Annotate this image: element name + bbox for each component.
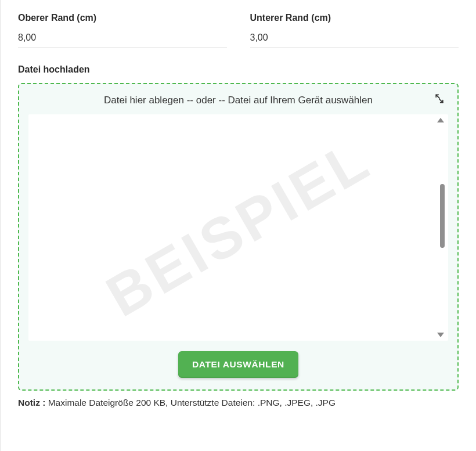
upload-note: Notiz : Maximale Dateigröße 200 KB, Unte… xyxy=(18,398,459,408)
bottom-margin-field: Unterer Rand (cm) xyxy=(250,13,459,48)
file-preview-area: BEISPIEL xyxy=(28,114,448,341)
page-root: Oberer Rand (cm) Unterer Rand (cm) Datei… xyxy=(0,0,476,451)
expand-icon[interactable] xyxy=(433,92,446,105)
scroll-thumb[interactable] xyxy=(440,184,445,248)
margin-fields-row: Oberer Rand (cm) Unterer Rand (cm) xyxy=(18,13,459,48)
file-dropzone[interactable]: Datei hier ablegen -- oder -- Datei auf … xyxy=(18,83,459,391)
top-margin-input[interactable] xyxy=(18,29,227,48)
choose-file-button[interactable]: DATEI AUSWÄHLEN xyxy=(178,351,298,378)
dropzone-hint: Datei hier ablegen -- oder -- Datei auf … xyxy=(104,95,373,106)
dropzone-header: Datei hier ablegen -- oder -- Datei auf … xyxy=(28,92,448,109)
bottom-margin-label: Unterer Rand (cm) xyxy=(250,13,459,23)
scroll-up-icon[interactable] xyxy=(437,118,444,122)
top-margin-field: Oberer Rand (cm) xyxy=(18,13,227,48)
scroll-down-icon[interactable] xyxy=(437,333,444,337)
upload-note-text: Maximale Dateigröße 200 KB, Unterstützte… xyxy=(45,398,336,407)
top-margin-label: Oberer Rand (cm) xyxy=(18,13,227,23)
upload-section-label: Datei hochladen xyxy=(18,64,459,75)
bottom-margin-input[interactable] xyxy=(250,29,459,48)
dropzone-actions: DATEI AUSWÄHLEN xyxy=(28,351,448,378)
upload-note-prefix: Notiz : xyxy=(18,398,45,407)
preview-watermark: BEISPIEL xyxy=(95,125,382,329)
